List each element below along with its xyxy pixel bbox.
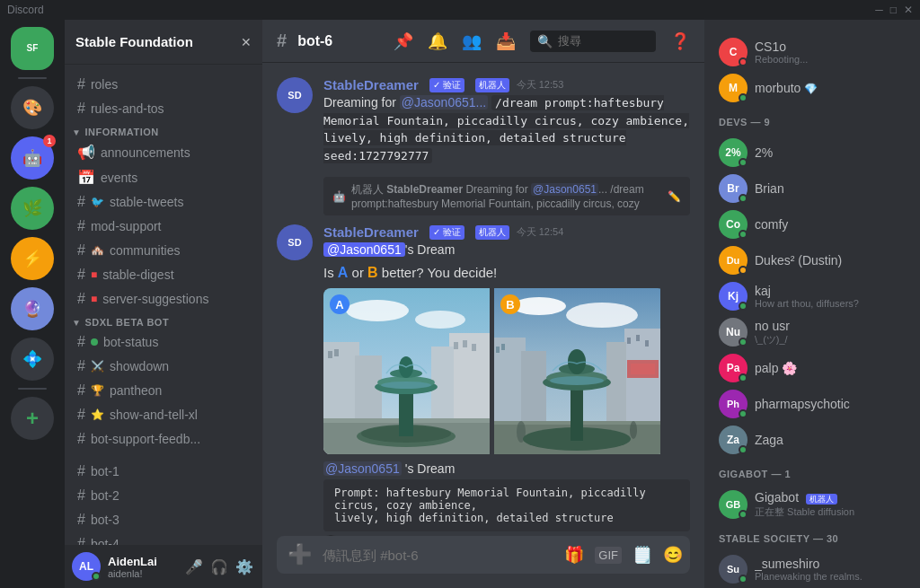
hash-icon: # — [77, 512, 85, 528]
server-icon-6[interactable]: 💠 — [11, 338, 54, 381]
member-info-zaga: Zaga — [755, 433, 906, 447]
hash-icon: # — [77, 194, 85, 210]
deafen-btn[interactable]: 🎧 — [208, 557, 230, 577]
dnd-status — [739, 57, 748, 66]
mention-jason-2[interactable]: @Jason0651 — [323, 461, 402, 476]
member-info-nousr: no usr \_(ツ)_/ — [755, 319, 906, 347]
member-item-sumeshiro[interactable]: Su _sumeshiro Planewaking the realms. — [712, 551, 913, 587]
emoji-icon[interactable]: 😊 — [663, 545, 683, 565]
channel-item-bot-1[interactable]: # bot-1 — [70, 460, 257, 483]
channel-item-showdown[interactable]: # ⚔️ showdown — [70, 355, 257, 378]
channel-item-show-and-tell[interactable]: # ⭐ show-and-tell-xl — [70, 403, 257, 426]
member-item-morbuto[interactable]: M morbuto 💎 — [712, 70, 913, 106]
channel-item-events[interactable]: 📅 events — [70, 165, 257, 189]
member-name-palp: palp 🌸 — [755, 361, 906, 375]
server-icon-4[interactable]: ⚡ — [11, 237, 54, 280]
close-btn[interactable]: ✕ — [904, 4, 913, 16]
channel-item-bot-status[interactable]: # bot-status — [70, 330, 257, 354]
member-name-sumeshiro: _sumeshiro — [755, 557, 906, 571]
member-item-palp[interactable]: Pa palp 🌸 — [712, 350, 913, 386]
user-controls: 🎤 🎧 ⚙️ — [183, 557, 255, 577]
server-icon-5[interactable]: 🔮 — [11, 287, 54, 330]
member-item-gigabot[interactable]: GB Gigabot 机器人 正在整 Stable diffusion — [712, 487, 913, 522]
server-icon-1[interactable]: 🎨 — [11, 86, 54, 129]
member-item-nousr[interactable]: Nu no usr \_(ツ)_/ — [712, 314, 913, 350]
channel-item-rules[interactable]: # rules-and-tos — [70, 97, 257, 120]
channel-name: stable-digest — [102, 268, 250, 282]
mute-btn[interactable]: 🎤 — [183, 557, 205, 577]
member-item-kaj[interactable]: Kj kaj How art thou, diffusers? — [712, 278, 913, 314]
gift-icon[interactable]: 🎁 — [564, 545, 584, 565]
add-attachment-btn[interactable]: ➕ — [284, 536, 315, 574]
channel-item-pantheon[interactable]: # 🏆 pantheon — [70, 379, 257, 402]
member-name-kaj: kaj — [755, 284, 906, 298]
sticker-icon[interactable]: 🗒️ — [632, 545, 652, 565]
channel-item-bot-3[interactable]: # bot-3 — [70, 508, 257, 531]
edit-pencil-icon[interactable]: ✏️ — [668, 190, 681, 203]
message-input[interactable] — [323, 538, 557, 573]
channel-item-communities[interactable]: # 🏘️ communities — [70, 239, 257, 262]
hash-icon: # — [77, 407, 85, 423]
category-sdxl[interactable]: ▼ SDXL BETA BOT — [65, 312, 262, 329]
gif-icon[interactable]: GIF — [595, 547, 622, 564]
member-info-pharma: pharmapsychotic — [755, 397, 906, 411]
member-item-dukes[interactable]: Du Dukes² (Dustin) — [712, 242, 913, 278]
member-avatar-zaga: Za — [719, 426, 748, 454]
channel-item-mod-support[interactable]: # mod-support — [70, 215, 257, 238]
server-icon-3[interactable]: 🌿 — [11, 187, 54, 230]
channel-item-bot-support[interactable]: # bot-support-feedb... — [70, 427, 257, 451]
member-item-2pct[interactable]: 2% 2% — [712, 135, 913, 171]
channel-item-stable-digest[interactable]: # ■ stable-digest — [70, 263, 257, 286]
channel-item-bot-2[interactable]: # bot-2 — [70, 484, 257, 507]
mute-icon[interactable]: 🔔 — [428, 31, 447, 51]
member-avatar-morbuto: M — [719, 74, 748, 102]
search-input[interactable] — [558, 34, 648, 48]
channel-item-announcements[interactable]: 📢 announcements — [70, 140, 257, 164]
avatar-spacer — [277, 177, 313, 219]
message-group-3: SD StableDreamer ✓ 验证 机器人 今天 12:54 @Jaso… — [277, 224, 690, 536]
member-item-zaga[interactable]: Za Zaga — [712, 422, 913, 458]
search-bar[interactable]: 🔍 — [530, 31, 656, 52]
member-name-gigabot: Gigabot 机器人 — [755, 490, 906, 505]
channel-item-stable-tweets[interactable]: # 🐦 stable-tweets — [70, 190, 257, 214]
maximize-btn[interactable]: □ — [890, 4, 897, 16]
message-input-box: ➕ 🎁 GIF 🗒️ 😊 — [277, 536, 690, 574]
member-item-comfy[interactable]: Co comfy — [712, 206, 913, 242]
member-avatar-dukes: Du — [719, 246, 748, 275]
server-icon-stable-foundation[interactable]: SF — [11, 27, 54, 70]
svg-rect-28 — [496, 347, 500, 353]
svg-point-26 — [566, 303, 638, 328]
mention-jason-highlight[interactable]: @Jason0651 — [323, 242, 405, 257]
member-item-pharma[interactable]: Ph pharmapsychotic — [712, 386, 913, 422]
svg-rect-35 — [631, 364, 655, 374]
svg-point-2 — [415, 311, 465, 329]
channel-item-roles[interactable]: # roles — [70, 73, 257, 96]
message-group-1: SD StableDreamer ✓ 验证 机器人 今天 12:53 Dream… — [277, 77, 690, 164]
add-member-icon[interactable]: 👥 — [462, 31, 482, 51]
member-name-comfy: comfy — [755, 217, 906, 232]
category-label: SDXL BETA BOT — [84, 317, 169, 328]
message-embed-preview: 🤖 机器人 StableDreamer Dreaming for @Jason0… — [323, 177, 690, 215]
inbox-icon[interactable]: 📥 — [496, 31, 516, 51]
category-information[interactable]: ▼ INFORMATION — [65, 121, 262, 139]
channel-name: announcements — [101, 145, 250, 160]
online-dot-palp — [739, 373, 748, 382]
settings-btn[interactable]: ⚙️ — [234, 557, 255, 577]
pin-icon[interactable]: 📌 — [394, 31, 413, 51]
member-item-brian[interactable]: Br Brian — [712, 171, 913, 206]
username: AidenLai — [108, 555, 176, 568]
channel-item-server-suggestions[interactable]: # ■ server-suggestions — [70, 287, 257, 311]
member-item-cs1o[interactable]: C CS1o Rebooting... — [712, 34, 913, 70]
add-server-btn[interactable]: + — [11, 397, 54, 440]
server-icon-2[interactable]: 🤖 1 — [11, 136, 54, 180]
help-icon[interactable]: ❓ — [670, 31, 690, 51]
bot-badge-1: 机器人 — [475, 78, 509, 92]
channel-name: events — [101, 171, 250, 185]
minimize-btn[interactable]: ─ — [875, 4, 883, 16]
channel-item-bot-4[interactable]: # bot-4 — [70, 532, 257, 545]
bot-badge-2: 机器人 — [475, 225, 509, 240]
mention-jason[interactable]: @Jason0651... — [400, 95, 488, 110]
server-header[interactable]: Stable Foundation ✕ — [65, 20, 262, 65]
svg-rect-31 — [627, 338, 631, 344]
hash-icon: # — [77, 291, 85, 307]
